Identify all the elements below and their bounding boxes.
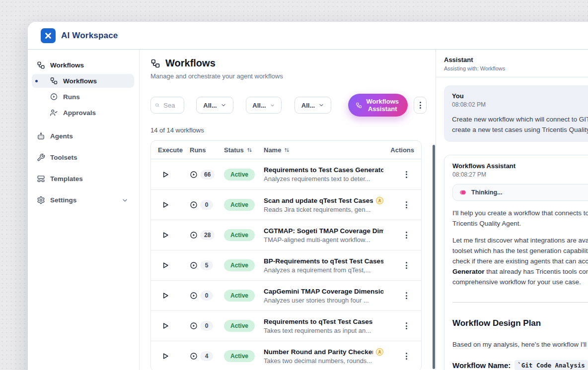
plan-heading: Workflow Design Plan (452, 318, 588, 328)
sidebar-item-approvals[interactable]: Approvals (32, 106, 134, 120)
table-row[interactable]: 28 Active CGTMAP: Sogeti TMAP Coverage D… (151, 220, 421, 250)
runs-count-badge: 5 (200, 260, 213, 270)
kebab-icon (406, 201, 407, 208)
filter-dropdown-1[interactable]: All... (196, 97, 233, 114)
run-circle-icon (190, 231, 198, 239)
table-row[interactable]: 5 Active BP-Requirements to qTest Test C… (151, 250, 421, 280)
page-subtitle: Manage and orchestrate your agent workfl… (150, 72, 436, 80)
sidebar-item-settings[interactable]: Settings (32, 193, 134, 207)
sidebar-item-workflows-parent[interactable]: Workflows (32, 59, 134, 72)
execute-button[interactable] (161, 231, 170, 240)
row-actions-button[interactable] (404, 320, 409, 331)
search-box[interactable] (150, 97, 184, 114)
workflow-description: Analyzes requirements text to deter... (264, 175, 383, 183)
run-circle-icon (190, 292, 198, 300)
user-check-icon (50, 109, 58, 117)
sidebar-item-label: Workflows (63, 77, 97, 85)
sidebar-item-runs[interactable]: Runs (32, 90, 134, 104)
column-header-execute: Execute (158, 146, 190, 154)
filter-dropdown-2[interactable]: All... (246, 97, 282, 114)
sidebar-item-label: Templates (50, 175, 83, 183)
kebab-icon (406, 292, 407, 299)
execute-button[interactable] (161, 321, 170, 330)
runs-count-badge: 0 (200, 200, 213, 210)
message-timestamp: 08:08:02 PM (452, 101, 588, 108)
table-row[interactable]: 0 Active Scan and update qTest Test Case… (151, 189, 421, 220)
table-row[interactable]: 4 Active Number Round and Parity Checker… (151, 341, 421, 370)
kebab-icon (406, 322, 407, 329)
runs-cell: 0 (190, 291, 224, 301)
search-input[interactable] (162, 101, 180, 110)
desktop-background: AI Workspace Workflows Workflows Runs (0, 0, 588, 370)
workflows-assistant-button[interactable]: Workflows Assistant (348, 94, 408, 117)
table-row[interactable]: 0 Active CapGemini TMAP Coverage Dimensi… (151, 280, 421, 310)
sort-icon[interactable] (284, 147, 290, 153)
sidebar-item-label: Approvals (63, 109, 96, 117)
execute-button[interactable] (161, 200, 170, 209)
workflow-name: CGTMAP: Sogeti TMAP Coverage Dim (264, 227, 383, 235)
sidebar-item-agents[interactable]: Agents (32, 129, 134, 143)
thinking-toggle[interactable]: Thinking... (452, 184, 588, 201)
table-row[interactable]: 66 Active Requirements to Test Cases Gen… (151, 159, 421, 189)
filter-dropdown-3[interactable]: All... (294, 97, 331, 114)
name-cell: Scan and update qTest Test Cases Reads J… (264, 197, 386, 213)
play-icon (161, 352, 170, 361)
row-actions-button[interactable] (404, 169, 409, 180)
play-icon (161, 321, 170, 330)
agent-badge-icon (376, 197, 383, 204)
row-actions-button[interactable] (404, 260, 409, 271)
name-cell: Requirements to qTest Test Cases Takes t… (264, 318, 386, 334)
workflow-name: Requirements to qTest Test Cases (264, 318, 372, 325)
execute-cell (158, 321, 190, 330)
runs-count-badge: 4 (200, 351, 213, 361)
status-badge: Active (224, 259, 255, 271)
workflow-description: Analyzes a requirement from qTest,... (264, 266, 383, 274)
filter-value: All... (203, 102, 217, 109)
runs-count-badge: 0 (200, 291, 213, 301)
execute-button[interactable] (161, 291, 170, 300)
sidebar-item-workflows[interactable]: Workflows (32, 74, 134, 88)
name-cell: CapGemini TMAP Coverage Dimensio Analyze… (264, 288, 386, 304)
gear-icon (37, 196, 45, 204)
execute-cell (158, 170, 190, 179)
message-text-line: I'll help you create a workflow that con… (452, 208, 588, 218)
assistant-panel: Assistant Assisting with: Workflows You … (436, 50, 588, 370)
table-header-row: Execute Runs Status Name Actions (151, 141, 421, 159)
kebab-icon (420, 102, 421, 109)
row-actions-button[interactable] (404, 290, 409, 301)
runs-count-badge: 66 (200, 170, 215, 180)
row-actions-button[interactable] (404, 199, 409, 210)
workflow-description: Analyzes user stories through four ... (264, 297, 383, 304)
column-header-name[interactable]: Name (264, 146, 386, 154)
sidebar-item-templates[interactable]: Templates (32, 172, 134, 185)
column-header-runs: Runs (190, 146, 224, 154)
app-logo-icon (41, 28, 56, 43)
sidebar-item-label: Agents (50, 132, 73, 140)
table-body: 66 Active Requirements to Test Cases Gen… (151, 159, 421, 370)
column-header-status[interactable]: Status (224, 146, 264, 154)
wrench-icon (37, 153, 45, 162)
execute-button[interactable] (161, 352, 170, 361)
execute-button[interactable] (161, 261, 170, 270)
toolbar-more-button[interactable] (414, 97, 427, 114)
sidebar: Workflows Workflows Runs Approvals (28, 50, 140, 370)
execute-button[interactable] (161, 170, 170, 179)
sort-icon[interactable] (246, 147, 253, 153)
row-actions-button[interactable] (404, 230, 409, 241)
chevron-down-icon (121, 197, 129, 204)
workflow-name: Scan and update qTest Test Cases (264, 197, 373, 204)
row-actions-button[interactable] (404, 351, 409, 362)
app-title: AI Workspace (61, 31, 118, 41)
status-badge: Active (224, 320, 255, 332)
main-content: Workflows Manage and orchestrate your ag… (140, 50, 436, 370)
assistant-conversation: You 08:08:02 PM Create new workflow whic… (436, 77, 588, 370)
assistant-message: Workflows Assistant 08:08:27 PM Thinking… (444, 155, 588, 370)
play-icon (161, 261, 170, 270)
run-circle-icon (190, 171, 198, 179)
kebab-icon (406, 232, 407, 239)
sidebar-item-toolsets[interactable]: Toolsets (32, 151, 134, 164)
table-row[interactable]: 0 Active Requirements to qTest Test Case… (151, 310, 421, 341)
column-header-actions: Actions (390, 146, 414, 154)
table-scrollbar[interactable] (433, 145, 435, 369)
workflow-description: TMAP-aligned multi-agent workflow... (264, 236, 383, 244)
